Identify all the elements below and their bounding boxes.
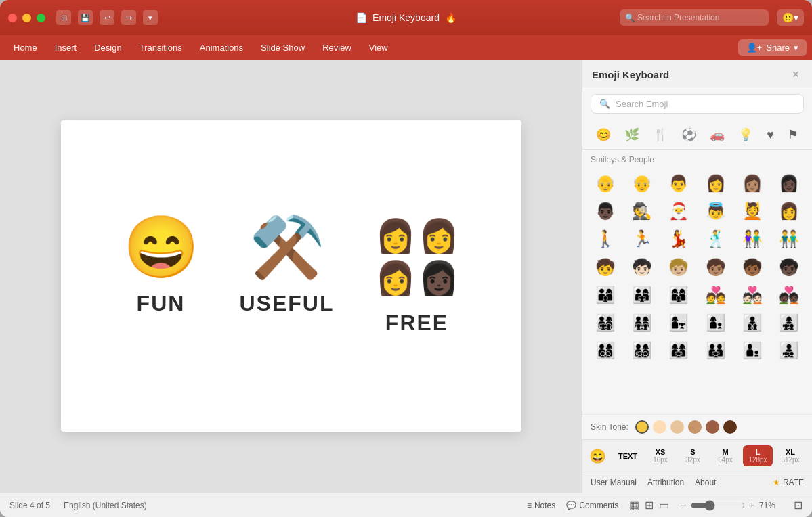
zoom-out-button[interactable]: − (680, 499, 686, 512)
emoji-cell[interactable]: 🧒 (588, 254, 623, 280)
rate-button[interactable]: ★ RATE (773, 478, 804, 487)
search-input[interactable] (620, 9, 769, 26)
emoji-cell[interactable]: 👨‍👩‍👧‍👧 (624, 309, 660, 336)
emoji-panel-close-button[interactable]: × (789, 68, 803, 81)
emoji-cell[interactable]: 👨‍👩‍👧‍👦 (588, 309, 623, 336)
minimize-button[interactable] (22, 14, 31, 22)
emoji-cell[interactable]: 👴 (624, 170, 660, 196)
emoji-cell[interactable]: 🏃 (624, 225, 660, 252)
emoji-cell[interactable]: 💑 (698, 282, 733, 308)
emoji-cell[interactable]: 👫 (735, 225, 770, 252)
skin-tone-medium-light[interactable] (670, 420, 684, 434)
emoji-cell[interactable]: 💆 (735, 198, 770, 224)
more-icon[interactable]: ▾ (143, 10, 158, 25)
emoji-cell[interactable]: 🧒🏾 (735, 254, 770, 280)
redo-icon[interactable]: ↪ (121, 10, 136, 25)
emoji-cell[interactable]: 👨‍👦‍👦 (735, 309, 770, 336)
emoji-cell[interactable]: 🧒🏼 (661, 254, 696, 280)
skin-tone-yellow[interactable] (635, 420, 649, 434)
cat-symbols[interactable]: ♥ (764, 125, 777, 145)
about-link[interactable]: About (695, 478, 716, 487)
cat-activities[interactable]: ⚽ (679, 125, 699, 145)
skin-tone-dark[interactable] (723, 420, 737, 434)
emoji-scroll-area[interactable]: Smileys & People 👴 👴 👨 👩 👩🏽 👩🏿 👨🏿 🕵️ 🎅 👼… (582, 150, 812, 414)
cat-travel[interactable]: 🚗 (707, 125, 727, 145)
emoji-cell[interactable]: 👨‍👩‍👦‍👦 (588, 337, 623, 363)
user-manual-link[interactable]: User Manual (591, 478, 637, 487)
zoom-slider[interactable] (691, 500, 745, 511)
undo-icon[interactable]: ↩ (100, 10, 114, 25)
emoji-cell[interactable]: 👩‍👧 (661, 309, 696, 336)
emoji-cell[interactable]: 👨‍👧‍👦 (771, 337, 807, 363)
cat-nature[interactable]: 🌿 (622, 125, 642, 145)
emoji-cell[interactable]: 👴 (588, 170, 623, 196)
menu-transitions[interactable]: Transitions (131, 40, 190, 55)
emoji-cell[interactable]: 🧒🏿 (771, 254, 807, 280)
sidebar-icon[interactable]: ⊞ (56, 10, 71, 25)
emoji-search-input[interactable] (616, 99, 795, 109)
emoji-cell[interactable]: 👩🏿 (771, 170, 807, 196)
emoji-picker-button[interactable]: 🙂▾ (777, 9, 804, 26)
menu-animations[interactable]: Animations (192, 40, 251, 55)
emoji-cell[interactable]: 👨‍👩‍👧‍👦 (624, 337, 660, 363)
notes-button[interactable]: ≡ Notes (527, 501, 555, 510)
emoji-cell[interactable]: 🧒🏽 (698, 254, 733, 280)
menu-review[interactable]: Review (314, 40, 360, 55)
attribution-link[interactable]: Attribution (647, 478, 684, 487)
comments-button[interactable]: 💬 Comments (566, 501, 618, 510)
emoji-cell[interactable]: 💑🏿 (771, 282, 807, 308)
size-option-m[interactable]: M 64px (710, 445, 740, 466)
skin-tone-light[interactable] (653, 420, 666, 434)
menu-insert[interactable]: Insert (47, 40, 85, 55)
emoji-cell[interactable]: 👩‍👩‍👦 (661, 282, 696, 308)
cat-food[interactable]: 🍴 (650, 125, 670, 145)
emoji-cell[interactable]: 👩‍👩‍👧 (661, 337, 696, 363)
emoji-cell[interactable]: 👨‍👩‍👦 (588, 282, 623, 308)
cat-smileys[interactable]: 😊 (593, 125, 614, 145)
menu-home[interactable]: Home (5, 40, 45, 55)
zoom-in-button[interactable]: + (749, 499, 755, 512)
size-option-l[interactable]: L 128px (743, 445, 773, 466)
emoji-cell[interactable]: 👩 (771, 198, 807, 224)
fit-to-window-icon[interactable]: ⊡ (794, 499, 803, 512)
emoji-cell[interactable]: 💃 (661, 225, 696, 252)
slide-sorter-icon[interactable]: ⊞ (645, 499, 654, 512)
menu-design[interactable]: Design (86, 40, 129, 55)
size-option-text[interactable]: TEXT (613, 449, 643, 463)
size-option-s[interactable]: S 32px (678, 445, 708, 466)
menu-slideshow[interactable]: Slide Show (253, 40, 313, 55)
emoji-cell[interactable]: 🎅 (661, 198, 696, 224)
emoji-cell[interactable]: 👩 (698, 170, 733, 196)
normal-view-icon[interactable]: ▦ (629, 499, 639, 512)
maximize-button[interactable] (37, 14, 45, 22)
cat-objects[interactable]: 💡 (735, 125, 756, 145)
skin-tone-medium[interactable] (688, 420, 702, 434)
emoji-cell[interactable]: 👨‍👨‍👧 (698, 337, 733, 363)
emoji-cell[interactable]: 👼 (698, 198, 733, 224)
close-button[interactable] (8, 14, 17, 22)
share-button[interactable]: 👤+ Share ▾ (738, 39, 807, 56)
emoji-cell[interactable]: 👩🏽 (735, 170, 770, 196)
emoji-cell[interactable]: 👨‍👦 (735, 337, 770, 363)
emoji-cell[interactable]: 👬 (771, 225, 807, 252)
emoji-cell[interactable]: 👩‍👧‍👦 (771, 309, 807, 336)
reading-view-icon[interactable]: ▭ (659, 499, 669, 512)
emoji-cell[interactable]: 💑🏻 (735, 282, 770, 308)
size-option-xs[interactable]: XS 16px (645, 445, 675, 466)
skin-tone-medium-dark[interactable] (706, 420, 719, 434)
menu-view[interactable]: View (361, 40, 396, 55)
cat-flags[interactable]: ⚑ (785, 125, 801, 145)
size-option-xxl[interactable]: XXL 1024px (808, 445, 812, 466)
save-icon[interactable]: 💾 (78, 10, 93, 25)
emoji-cell[interactable]: 👨‍👩‍👧 (624, 282, 660, 308)
emoji-cell[interactable]: 👩‍👦 (698, 309, 733, 336)
size-option-xl[interactable]: XL 512px (775, 445, 805, 466)
emoji-cell[interactable]: 👨 (661, 170, 696, 196)
emoji-cell[interactable]: 🚶 (588, 225, 623, 252)
emoji-cell[interactable]: 🕺 (698, 225, 733, 252)
emoji-cell[interactable]: 👨🏿 (588, 198, 623, 224)
emoji-cell[interactable]: 🕵️ (624, 198, 660, 224)
comments-label: Comments (579, 501, 618, 510)
emoji-cell[interactable]: 🧒🏻 (624, 254, 660, 280)
slide-canvas[interactable]: 😄 FUN ⚒️ USEFUL 👩 👩 👩 👩� (61, 120, 521, 432)
